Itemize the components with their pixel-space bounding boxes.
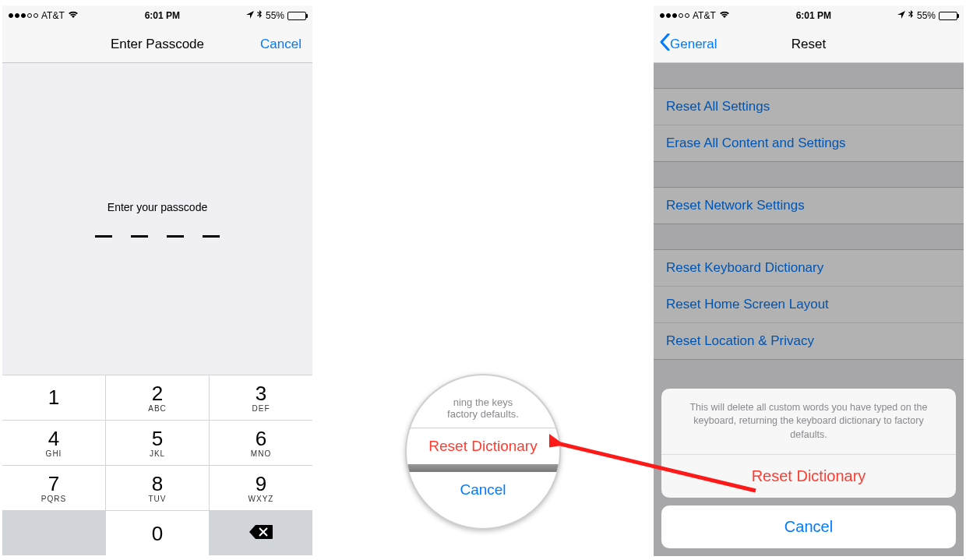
signal-icon (9, 13, 38, 18)
keypad-5[interactable]: 5JKL (106, 421, 209, 465)
nav-bar: Enter Passcode Cancel (2, 26, 312, 63)
passcode-fields (95, 235, 220, 238)
key-letters: MNO (251, 449, 271, 458)
keypad-backspace[interactable] (210, 511, 312, 555)
numeric-keypad: 1 2ABC 3DEF 4GHI 5JKL 6MNO 7PQRS 8TUV 9W… (2, 375, 312, 555)
key-digit: 0 (152, 523, 163, 544)
passcode-slot-2 (131, 235, 148, 238)
nav-bar: General Reset (654, 26, 964, 63)
keypad-blank (2, 511, 105, 555)
keypad-4[interactable]: 4GHI (2, 421, 105, 465)
chevron-left-icon (660, 33, 670, 55)
keypad-7[interactable]: 7PQRS (2, 466, 105, 510)
status-bar: AT&T 6:01 PM 55% (654, 5, 964, 26)
key-digit: 7 (48, 474, 59, 494)
bluetooth-icon (257, 10, 263, 22)
callout-divider-bar (407, 464, 559, 472)
key-letters: GHI (46, 449, 62, 458)
key-digit: 9 (256, 474, 266, 494)
action-sheet-message: This will delete all custom words you ha… (661, 389, 956, 456)
keypad-0[interactable]: 0 (106, 511, 209, 555)
carrier-label: AT&T (693, 10, 716, 21)
status-bar: AT&T 6:01 PM 55% (2, 5, 312, 26)
wifi-icon (68, 10, 79, 21)
key-digit: 5 (152, 428, 163, 449)
status-time: 6:01 PM (145, 10, 180, 21)
key-digit: 3 (256, 383, 266, 403)
status-time: 6:01 PM (796, 10, 831, 21)
battery-icon (939, 12, 957, 20)
keypad-9[interactable]: 9WXYZ (210, 466, 312, 510)
key-digit: 2 (152, 383, 163, 403)
battery-percent: 55% (266, 10, 284, 21)
nav-title: Reset (791, 37, 826, 52)
key-letters: TUV (149, 495, 167, 503)
keypad-1[interactable]: 1 (2, 375, 105, 420)
keypad-2[interactable]: 2ABC (106, 375, 209, 420)
keypad-8[interactable]: 8TUV (106, 466, 209, 510)
bluetooth-icon (908, 10, 914, 22)
backspace-icon (249, 523, 273, 544)
key-digit: 1 (48, 387, 59, 407)
callout-hint: ning the keys factory defaults. (407, 396, 559, 428)
reset-dictionary-button[interactable]: Reset Dictionary (661, 455, 956, 498)
callout-hint-bottom: factory defaults. (447, 408, 519, 420)
callout-hint-top: ning the keys (453, 396, 513, 408)
passcode-body: Enter your passcode (2, 63, 312, 375)
reset-body: Reset All Settings Erase All Content and… (654, 63, 964, 556)
magnified-callout: ning the keys factory defaults. Reset Di… (405, 374, 561, 530)
nav-title: Enter Passcode (111, 37, 204, 52)
key-letters: WXYZ (249, 495, 274, 503)
callout-cancel: Cancel (407, 472, 559, 508)
key-digit: 8 (152, 474, 163, 494)
phone-reset: AT&T 6:01 PM 55% General Reset Reset All… (653, 5, 964, 555)
callout-reset-dictionary: Reset Dictionary (407, 428, 559, 464)
battery-percent: 55% (917, 10, 936, 21)
keypad-3[interactable]: 3DEF (210, 375, 312, 420)
key-letters: DEF (252, 404, 270, 413)
cancel-button[interactable]: Cancel (260, 37, 301, 52)
back-button[interactable]: General (660, 33, 717, 55)
keypad-6[interactable]: 6MNO (210, 421, 312, 465)
back-label: General (670, 37, 717, 52)
passcode-slot-4 (203, 235, 220, 238)
signal-icon (660, 13, 689, 18)
wifi-icon (719, 10, 730, 21)
phone-passcode: AT&T 6:01 PM 55% Enter Passcode Cancel E… (2, 5, 313, 555)
location-icon (246, 10, 254, 21)
carrier-label: AT&T (41, 10, 65, 21)
battery-icon (287, 12, 306, 20)
passcode-slot-1 (95, 235, 112, 238)
key-digit: 6 (256, 428, 266, 449)
location-icon (897, 10, 905, 21)
key-letters: JKL (150, 449, 165, 458)
key-letters: PQRS (41, 495, 66, 503)
action-sheet: This will delete all custom words you ha… (661, 389, 956, 549)
key-digit: 4 (48, 428, 59, 449)
passcode-slot-3 (167, 235, 184, 238)
key-letters: ABC (148, 404, 167, 413)
action-sheet-cancel-button[interactable]: Cancel (661, 505, 956, 548)
passcode-prompt: Enter your passcode (108, 201, 207, 213)
